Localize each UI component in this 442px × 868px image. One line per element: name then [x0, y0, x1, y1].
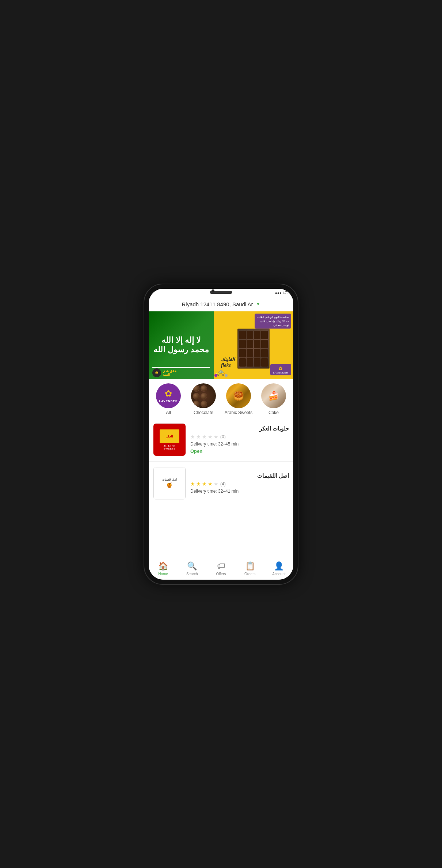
restaurant-name-alaker: حلويات العكر	[190, 425, 289, 432]
lavender-brand-text: LAVENDER	[159, 399, 178, 403]
choc-piece-14	[247, 358, 253, 367]
choc-piece-15	[254, 358, 260, 367]
home-icon: 🏠	[158, 561, 168, 571]
nav-orders[interactable]: 📋 Orders	[236, 561, 264, 576]
nav-offers[interactable]: 🏷 Offers	[206, 561, 235, 576]
nav-home[interactable]: 🏠 Home	[149, 561, 178, 576]
banner-dots	[214, 374, 228, 377]
category-chocolate[interactable]: Chocolate	[187, 383, 220, 415]
alaker-logo-design: العكر AL AKERSWEETS	[153, 424, 186, 456]
choc-piece-5	[239, 340, 246, 348]
star-asl-1: ★	[190, 481, 195, 487]
location-dropdown-icon[interactable]: ▼	[256, 302, 260, 307]
location-header[interactable]: Riyadh 12411 8490, Saudi Ar ▼	[149, 297, 293, 311]
choc-piece-3	[254, 331, 260, 339]
category-circle-cake: 🍰	[261, 383, 286, 408]
asl-logo-design: أصل اللقيمات 🍯	[153, 467, 186, 499]
brand-bottom: 🏔 هقق هذيالقمة	[152, 368, 176, 377]
nav-account[interactable]: 👤 Account	[264, 561, 293, 576]
promo-arabic-text: بمناسبة اليوم الوطني اطلب ب 89 ريال واحص…	[257, 315, 289, 327]
nav-search[interactable]: 🔍 Search	[178, 561, 206, 576]
category-all[interactable]: ✿ LAVENDER All	[152, 383, 185, 415]
choc-piece-11	[254, 349, 260, 357]
banner-flag-side: لا إله إلا اللهمحمد رسول الله 🏔 هقق هذيا…	[149, 311, 214, 379]
orders-label: Orders	[244, 572, 256, 576]
restaurant-card-asl[interactable]: أصل اللقيمات 🍯 اصل اللقيمات ★ ★ ★ ★ ★ (4…	[149, 462, 293, 505]
flag-sword-icon	[152, 367, 210, 368]
brand-small-logo: 🏔	[152, 368, 161, 377]
asl-logo-text: أصل اللقيمات 🍯	[161, 477, 178, 489]
orders-icon: 📋	[245, 561, 255, 571]
category-all-label: All	[166, 410, 171, 415]
chocolate-image	[191, 383, 216, 408]
delivery-time-alaker: Delivery time: 32–45 min	[190, 441, 289, 447]
star-asl-4: ★	[208, 481, 213, 487]
delivery-time-asl: Delivery time: 32–41 min	[190, 489, 289, 494]
restaurant-logo-asl: أصل اللقيمات 🍯	[153, 467, 186, 500]
offers-label: Offers	[216, 572, 226, 576]
search-icon: 🔍	[187, 561, 197, 571]
truffle-5	[193, 401, 199, 407]
star-4: ★	[208, 434, 213, 440]
restaurant-card-alaker[interactable]: العكر AL AKERSWEETS حلويات العكر ★ ★ ★ ★…	[149, 418, 293, 462]
product-name-text: الفايتكflake	[221, 357, 235, 368]
truffle-4	[201, 393, 207, 399]
lavender-flower-icon: ✿	[165, 388, 172, 399]
choc-piece-13	[239, 358, 246, 367]
home-label: Home	[158, 572, 168, 576]
restaurant-name-asl: اصل اللقيمات	[190, 473, 289, 479]
choc-piece-12	[261, 349, 268, 357]
baklava-icon: 🥮	[233, 391, 244, 401]
star-1: ★	[190, 434, 195, 440]
choc-piece-1	[239, 331, 246, 339]
rating-count-alaker: (0)	[220, 434, 226, 439]
category-circle-arabic: 🥮	[226, 383, 251, 408]
category-chocolate-label: Chocolate	[194, 410, 213, 415]
restaurant-info-asl: اصل اللقيمات ★ ★ ★ ★ ★ (4) Delivery time…	[190, 467, 289, 500]
choc-piece-9	[239, 349, 246, 357]
star-2: ★	[196, 434, 201, 440]
alaker-arabic-text: العكر	[166, 435, 173, 438]
promo-banner: لا إله إلا اللهمحمد رسول الله 🏔 هقق هذيا…	[149, 311, 293, 379]
product-chocolate-box	[237, 329, 270, 369]
category-arabic-sweets[interactable]: 🥮 Arabic Sweets	[222, 383, 255, 415]
category-circle-chocolate	[191, 383, 216, 408]
choc-piece-6	[247, 340, 253, 348]
star-asl-2: ★	[196, 481, 201, 487]
open-status-alaker: Open	[190, 448, 289, 454]
arabic-sweets-image: 🥮	[226, 383, 251, 408]
truffle-3	[193, 393, 199, 399]
promo-text-box: بمناسبة اليوم الوطني اطلب ب 89 ريال واحص…	[255, 314, 291, 329]
account-label: Account	[272, 572, 285, 576]
truffle-2	[201, 385, 207, 392]
rating-row-alaker: ★ ★ ★ ★ ★ (0)	[190, 434, 289, 440]
category-arabic-label: Arabic Sweets	[225, 410, 253, 415]
star-5: ★	[214, 434, 218, 440]
truffle-1	[193, 385, 199, 392]
banner-content: لا إله إلا اللهمحمد رسول الله 🏔 هقق هذيا…	[149, 311, 293, 379]
star-asl-5: ★	[214, 481, 218, 487]
rating-row-asl: ★ ★ ★ ★ ★ (4)	[190, 481, 289, 487]
restaurant-info-alaker: حلويات العكر ★ ★ ★ ★ ★ (0) Delivery time…	[190, 423, 289, 456]
star-asl-3: ★	[202, 481, 207, 487]
restaurant-logo-alaker: العكر AL AKERSWEETS	[153, 423, 186, 456]
categories-row: ✿ LAVENDER All	[152, 383, 290, 415]
account-icon: 👤	[274, 561, 284, 571]
offers-icon: 🏷	[217, 561, 225, 571]
bottom-navigation: 🏠 Home 🔍 Search 🏷 Offers 📋 Orders 👤 Acco…	[149, 559, 293, 580]
category-circle-all: ✿ LAVENDER	[156, 383, 181, 408]
flag-arabic-text: لا إله إلا اللهمحمد رسول الله	[153, 336, 209, 355]
truffle-6	[201, 401, 207, 407]
categories-section: ✿ LAVENDER All	[149, 379, 293, 418]
alaker-logo-inner: العكر	[160, 429, 179, 443]
category-cake[interactable]: 🍰 Cake	[257, 383, 290, 415]
choc-piece-7	[254, 340, 260, 348]
choc-piece-10	[247, 349, 253, 357]
category-cake-label: Cake	[268, 410, 279, 415]
brand-arabic-label: هقق هذيالقمة	[163, 369, 176, 376]
rating-count-asl: (4)	[220, 481, 226, 486]
choc-piece-8	[261, 340, 268, 348]
phone-screen: ●●● 4G Riyadh 12411 8490, Saudi Ar ▼ لا …	[149, 289, 293, 580]
choc-piece-4	[261, 331, 268, 339]
search-label: Search	[186, 572, 198, 576]
